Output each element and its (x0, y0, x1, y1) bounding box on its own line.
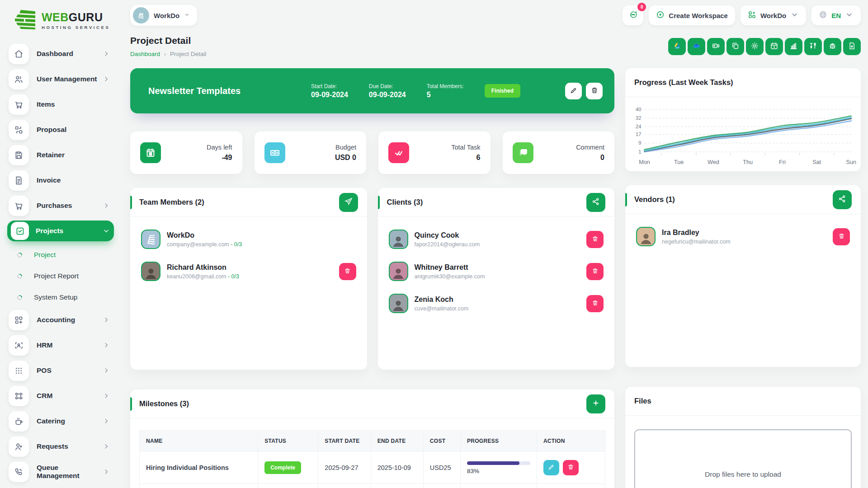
chevron-right-icon (103, 469, 109, 475)
milestone-name: Hiring Individual Positions (140, 452, 258, 484)
person-row-workdo: WorkDocompany@example.com - 0/3 (139, 223, 358, 255)
sidebar: WEBGURU HOSTING SERVICES DashboardUser M… (0, 0, 119, 488)
messages-button[interactable]: 0 (623, 5, 643, 25)
file-dropzone[interactable]: Drop files here to upload (634, 429, 852, 488)
remove-zenia-koch-button[interactable] (586, 295, 604, 312)
edit-project-button[interactable] (565, 83, 582, 99)
sidebar-subitem-project[interactable]: Project (17, 246, 114, 264)
breadcrumb-dashboard-link[interactable]: Dashboard (130, 51, 160, 57)
svg-text:Wed: Wed (708, 159, 719, 165)
stat-value: 0 (576, 154, 604, 162)
language-selector[interactable]: EN (811, 5, 861, 25)
sidebar-subitem-project-report[interactable]: Project Report (17, 267, 114, 285)
copy-button[interactable] (726, 38, 744, 55)
person-name: Ira Bradley (662, 229, 731, 237)
workspace-grid-icon (748, 10, 756, 20)
webguru-logo-icon (14, 9, 37, 32)
workspace-switcher[interactable]: WorkDo (130, 5, 197, 26)
file-export-button[interactable] (843, 38, 861, 55)
breadcrumb-current: Project Detail (170, 51, 206, 57)
line-light-blue (644, 121, 851, 152)
send-icon (344, 197, 353, 207)
sidebar-item-invoice[interactable]: Invoice (7, 170, 114, 191)
svg-text:9: 9 (638, 140, 641, 145)
video-plus-button[interactable] (707, 38, 725, 55)
svg-text:40: 40 (636, 107, 641, 112)
progress-line-chart: 4032241791MonTueWedThuFriSatSun (625, 97, 861, 171)
add-milestone-button[interactable] (586, 394, 605, 413)
sidebar-subitem-system-setup[interactable]: System Setup (17, 288, 114, 306)
sidebar-item-accounting[interactable]: Accounting (7, 310, 114, 330)
total-members-value: 5 (427, 91, 464, 99)
milestone-cost: USD20 (423, 484, 460, 488)
milestone-progress: 0% (460, 484, 537, 488)
stat-card-days-left: Days left-49 (130, 131, 242, 174)
plus-circle-icon (656, 10, 665, 20)
sidebar-item-items[interactable]: Items (7, 94, 114, 115)
delete-project-button[interactable] (586, 83, 603, 99)
remove-richard-atkinson-button[interactable] (339, 263, 356, 280)
sidebar-item-user-management[interactable]: User Management (7, 69, 114, 89)
sidebar-item-queue-management[interactable]: Queue Management (7, 461, 114, 482)
breadcrumb: Dashboard › Project Detail (130, 51, 206, 57)
milestones-title: Milestones (3) (139, 399, 189, 408)
sidebar-item-hrm[interactable]: HRM (7, 335, 114, 356)
bug-button[interactable] (824, 38, 841, 55)
sidebar-item-purchases[interactable]: Purchases (7, 195, 114, 216)
stat-card-total-task: Total Task6 (378, 131, 491, 174)
invoice-icon (9, 170, 29, 191)
workdo-menu-button[interactable]: WorkDo (741, 5, 806, 25)
google-drive-button[interactable] (668, 38, 686, 55)
home-icon (9, 44, 29, 64)
progress-chart-card: Progress (Last Week Tasks) 4032241791Mon… (625, 68, 861, 171)
create-workspace-button[interactable]: Create Workspace (649, 5, 735, 25)
remove-whitney-barrett-button[interactable] (586, 263, 604, 280)
pencil-icon (548, 464, 555, 472)
settings-gear-icon (750, 42, 759, 52)
milestone-status-badge: Complete (264, 461, 301, 474)
sidebar-item-pos[interactable]: POS (7, 360, 114, 381)
webguru-logo[interactable]: WEBGURU HOSTING SERVICES (7, 6, 114, 33)
onedrive-button[interactable] (688, 38, 705, 55)
person-name: Whitney Barrett (415, 263, 485, 272)
trash-icon (567, 464, 574, 472)
share-vendors-button[interactable] (833, 190, 852, 209)
edit-milestone-button[interactable] (543, 460, 559, 475)
svg-text:24: 24 (636, 124, 641, 129)
sidebar-item-dashboard[interactable]: Dashboard (7, 43, 114, 64)
stat-card-comment: Comment0 (503, 131, 615, 174)
person-email: keanu2006@gmail.com - 0/3 (167, 273, 239, 280)
person-row-whitney-barrett: Whitney Barrettantgrumik30@example.com (387, 255, 606, 287)
gantt-icon (809, 42, 817, 52)
sidebar-item-proposal[interactable]: Proposal (7, 119, 114, 140)
chevron-down-icon (103, 228, 109, 234)
avatar (141, 262, 160, 281)
milestone-row-communication-updates: Communication Updates Incomplete 2025-10… (140, 484, 605, 488)
remove-quincy-cook-button[interactable] (586, 231, 604, 248)
share-clients-button[interactable] (586, 193, 605, 212)
person-row-zenia-koch: Zenia Kochcuve@mailinator.com (387, 287, 606, 319)
sidebar-item-crm[interactable]: CRM (7, 385, 114, 406)
sidebar-item-catering[interactable]: Catering (7, 411, 114, 432)
column-header-start-date: START DATE (318, 431, 371, 452)
create-workspace-label: Create Workspace (669, 12, 728, 19)
comment-icon (513, 142, 533, 163)
sidebar-item-requests[interactable]: Requests (7, 436, 114, 457)
calendar-button[interactable] (765, 38, 783, 55)
vendors-card: Vendors (1) Ira Bradleynegefuricu@mailin… (625, 185, 861, 367)
settings-gear-button[interactable] (746, 38, 764, 55)
trash-icon (592, 300, 599, 308)
cart-icon (9, 196, 29, 216)
bar-chart-button[interactable] (785, 38, 802, 55)
delete-milestone-button[interactable] (563, 460, 579, 475)
sidebar-item-projects[interactable]: Projects (7, 221, 114, 241)
progress-chart-title: Progress (Last Week Tasks) (634, 78, 733, 87)
gantt-button[interactable] (804, 38, 822, 55)
invite-member-button[interactable] (339, 193, 358, 212)
remove-ira-bradley-button[interactable] (833, 228, 850, 245)
chevron-right-icon (103, 51, 109, 57)
bullet-icon (16, 294, 23, 300)
column-header-cost: COST (423, 431, 460, 452)
person-email: antgrumik30@example.com (415, 273, 485, 280)
sidebar-item-retainer[interactable]: Retainer (7, 145, 114, 165)
